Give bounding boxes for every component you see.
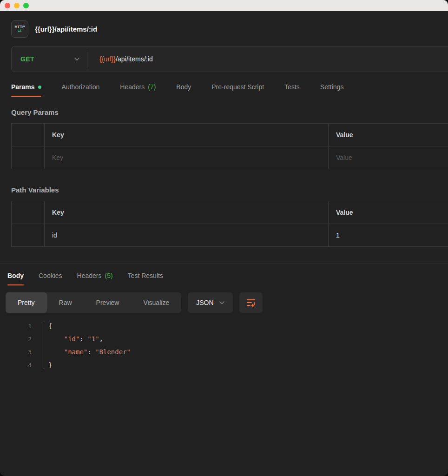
view-raw-button[interactable]: Raw (47, 292, 84, 313)
request-title: {{url}}/api/items/:id (35, 25, 97, 33)
table-header-row: Key Value (12, 124, 448, 146)
tab-body-label: Body (176, 83, 191, 91)
code-line: 4} (0, 358, 448, 371)
res-tab-body[interactable]: Body (7, 272, 24, 285)
request-url-bar: GET {{url}}/api/items/:id (11, 46, 448, 72)
tab-tests-label: Tests (284, 83, 300, 91)
response-panel: Body Cookies Headers (5) Test Results Pr… (0, 264, 448, 371)
view-mode-switch: Pretty Raw Preview Visualize (6, 292, 181, 313)
method-label: GET (20, 55, 34, 63)
table-row: Key Value (12, 146, 448, 169)
app-window: HTTP ⇄ {{url}}/api/items/:id GET {{url}}… (0, 0, 448, 476)
zoom-window-button[interactable] (23, 3, 29, 8)
wrap-lines-button[interactable] (239, 292, 263, 313)
value-input-cell[interactable]: Value (328, 146, 448, 169)
key-input-cell[interactable]: Key (44, 146, 328, 169)
tab-headers-label: Headers (120, 83, 145, 91)
value-column-header: Value (328, 124, 448, 146)
line-number: 3 (0, 349, 32, 356)
chevron-down-icon (219, 301, 224, 304)
value-column-header: Value (328, 201, 448, 224)
code-lines: 1{2 "id": "1",3 "name": "Blender"4} (0, 319, 448, 371)
tab-tests[interactable]: Tests (284, 83, 300, 97)
view-pretty-button[interactable]: Pretty (6, 292, 47, 313)
tab-settings-label: Settings (320, 83, 344, 91)
view-preview-button[interactable]: Preview (84, 292, 132, 313)
key-column-header: Key (44, 201, 328, 224)
format-selector[interactable]: JSON (188, 292, 232, 313)
table-row: id 1 (12, 224, 448, 246)
method-selector[interactable]: GET (12, 46, 87, 72)
http-request-icon: HTTP ⇄ (11, 20, 28, 38)
tab-authorization[interactable]: Authorization (62, 83, 100, 97)
url-variable: {{url}} (99, 55, 116, 63)
code-line: 3 "name": "Blender" (0, 345, 448, 358)
request-header: HTTP ⇄ {{url}}/api/items/:id (0, 11, 448, 44)
wrap-lines-icon (246, 298, 256, 307)
res-tab-cookies[interactable]: Cookies (39, 272, 62, 285)
tab-authorization-label: Authorization (62, 83, 100, 91)
minimize-window-button[interactable] (14, 3, 20, 8)
row-select-cell (12, 224, 44, 246)
tab-body[interactable]: Body (176, 83, 191, 97)
code-fold-indicator[interactable] (42, 322, 45, 369)
query-params-table: Key Value Key Value (11, 123, 448, 169)
res-tab-body-label: Body (7, 272, 24, 279)
select-column-header (12, 124, 44, 146)
tab-pre-request-script[interactable]: Pre-request Script (211, 83, 264, 97)
params-indicator-dot (38, 86, 41, 89)
res-tab-cookies-label: Cookies (39, 272, 62, 279)
tab-headers[interactable]: Headers (7) (120, 83, 156, 97)
http-arrows-icon: ⇄ (18, 28, 21, 33)
tab-params-label: Params (11, 83, 35, 91)
chevron-down-icon (74, 58, 79, 61)
table-header-row: Key Value (12, 201, 448, 224)
tab-params[interactable]: Params (11, 83, 41, 97)
tab-settings[interactable]: Settings (320, 83, 344, 97)
res-tab-test-results-label: Test Results (128, 272, 163, 279)
url-path: /api/items/:id (116, 55, 153, 63)
tab-pre-request-script-label: Pre-request Script (211, 83, 264, 91)
select-column-header (12, 201, 44, 224)
res-tab-test-results[interactable]: Test Results (128, 272, 163, 285)
code-line: 2 "id": "1", (0, 332, 448, 345)
code-line: 1{ (0, 319, 448, 332)
row-select-cell (12, 146, 44, 169)
path-variables-table: Key Value id 1 (11, 201, 448, 247)
url-input[interactable]: {{url}}/api/items/:id (87, 55, 153, 63)
res-tab-headers-label: Headers (77, 272, 102, 279)
line-number: 1 (0, 323, 32, 330)
line-number: 4 (0, 362, 32, 369)
query-params-title: Query Params (0, 97, 448, 116)
response-tabs: Body Cookies Headers (5) Test Results (0, 264, 448, 285)
format-selector-label: JSON (196, 299, 213, 306)
value-input-cell[interactable]: 1 (328, 224, 448, 246)
code-text: "name": "Blender" (32, 348, 131, 356)
macos-titlebar (0, 0, 448, 11)
tab-headers-count: (7) (148, 83, 156, 91)
res-tab-headers-count: (5) (105, 272, 113, 279)
response-body-viewer: 1{2 "id": "1",3 "name": "Blender"4} (0, 313, 448, 371)
path-variables-title: Path Variables (0, 169, 448, 194)
line-number: 2 (0, 336, 32, 343)
view-visualize-button[interactable]: Visualize (131, 292, 181, 313)
key-column-header: Key (44, 124, 328, 146)
request-tabs: Params Authorization Headers (7) Body Pr… (0, 72, 448, 97)
res-tab-headers[interactable]: Headers (5) (77, 272, 113, 285)
key-input-cell[interactable]: id (44, 224, 328, 246)
close-window-button[interactable] (5, 3, 10, 8)
response-toolbar: Pretty Raw Preview Visualize JSON (0, 285, 448, 313)
